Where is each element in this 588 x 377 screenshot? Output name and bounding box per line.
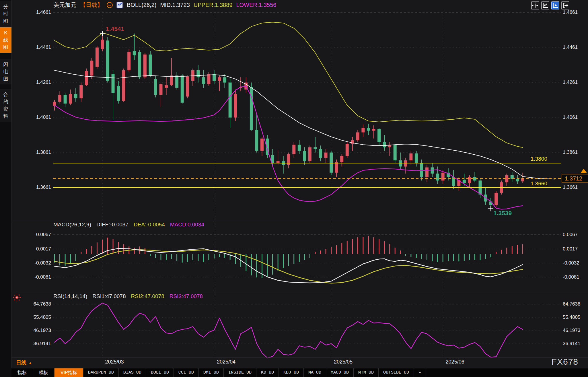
axis-tick-left: 46.1973 [11, 328, 51, 333]
boll-lower-value: LOWER:1.3556 [236, 2, 276, 8]
high-price-annotation: 1.4541 [106, 26, 124, 32]
axis-tick-right: -0.0032 [563, 260, 587, 266]
exit-scale-icon[interactable] [561, 1, 569, 9]
date-axis-label: 2025/05 [334, 359, 353, 365]
toolbar-tab-9[interactable]: INSIDE_UD [224, 368, 256, 377]
axis-tick-right: 55.4805 [563, 314, 587, 320]
symbol-name: 美元加元 [53, 1, 76, 9]
axis-tick-left: 1.3661 [11, 184, 51, 190]
period-dropdown-arrow: ▲ [28, 361, 32, 365]
toolbar-tab-5[interactable]: BIAS_UD [119, 368, 146, 377]
chart-title-row: 美元加元 【日线】 BOLL(26,2) MID:1.3723 UPPER:1.… [53, 1, 277, 9]
toolbar-tab-6[interactable]: BOLL_UD [146, 368, 174, 377]
toolbar-tab-15[interactable]: OUTSIDE_UD [379, 368, 414, 377]
sidebar-item-4[interactable]: 合 约 资 料 [0, 89, 11, 122]
indicator-alert-icon[interactable] [12, 293, 22, 302]
chart-canvas[interactable] [0, 0, 588, 377]
date-axis-label: 2025/04 [217, 359, 235, 365]
period-selector[interactable]: 日线 ▲ [16, 359, 32, 366]
axis-tick-right: 1.4461 [563, 44, 587, 50]
axis-tick-left: 1.4661 [11, 9, 51, 15]
axis-tick-left: 36.9141 [11, 341, 51, 347]
toolbar-tab-4[interactable]: BARUPDN_UD [83, 368, 119, 377]
axis-tick-right: 1.3661 [563, 184, 587, 190]
toolbar-tab-12[interactable]: MA_UD [304, 368, 326, 377]
axis-tick-right: 46.1973 [563, 328, 587, 333]
rsi-name: RSI(14,14,14) [53, 293, 87, 300]
macd-value: MACD:0.0034 [170, 221, 204, 228]
boll-upper-value: UPPER:1.3889 [194, 2, 233, 8]
support-level-label: 1.3660 [513, 180, 547, 187]
resistance-level-label: 1.3800 [513, 156, 547, 162]
low-price-annotation: 1.3539 [493, 210, 512, 217]
toolbar-tab-8[interactable]: DMI_UD [199, 368, 224, 377]
sidebar-item-1[interactable]: 分 时 图 [0, 1, 11, 27]
indicator-settings-icon[interactable] [107, 2, 113, 8]
axis-tick-left: 0.0067 [11, 232, 51, 238]
axis-tick-left: 1.4461 [11, 44, 51, 50]
axis-tick-left: -0.0081 [11, 274, 51, 280]
chart-type-icon[interactable] [116, 2, 123, 8]
date-axis-label: 2025/06 [446, 359, 464, 365]
toolbar-tab-16[interactable]: » [414, 368, 426, 377]
rsi1-value: RSI1:47.0078 [92, 293, 126, 300]
indicator-toolbar: 指标模板VIP指标BARUPDN_UDBIAS_UDBOLL_UDCCI_UDD… [11, 368, 588, 377]
toolbar-tab-10[interactable]: KD_UD [256, 368, 279, 377]
toolbar-tab-13[interactable]: MACD_UD [326, 368, 354, 377]
toolbar-tab-3[interactable]: VIP指标 [54, 368, 83, 377]
rsi2-value: RSI2:47.0078 [131, 293, 164, 300]
watermark: FX678 [552, 357, 578, 367]
axis-tick-left: 64.7638 [11, 301, 51, 307]
axis-tick-right: -0.0081 [563, 274, 587, 280]
rsi3-value: RSI3:47.0078 [170, 293, 203, 300]
sidebar-item-3[interactable]: 闪 电 图 [0, 59, 11, 84]
axis-tick-right: 0.0017 [563, 246, 587, 252]
axis-tick-right: 1.3861 [563, 149, 587, 155]
pan-crosshair-icon[interactable] [531, 1, 539, 9]
toolbar-tab-7[interactable]: CCI_UD [174, 368, 199, 377]
axis-tick-right: 36.9141 [563, 341, 587, 347]
axis-tick-right: 64.7638 [563, 301, 587, 307]
boll-mid-value: MID:1.3723 [160, 2, 190, 8]
toolbar-tab-11[interactable]: KDJ_UD [279, 368, 304, 377]
macd-dea-value: DEA:-0.0054 [134, 221, 165, 228]
axis-tick-right: 1.4661 [563, 9, 587, 15]
macd-header: MACD(26,12,9) DIFF:-0.0037 DEA:-0.0054 M… [53, 221, 204, 228]
axis-tick-right: 1.4061 [563, 114, 587, 120]
axis-tick-right: 1.4261 [563, 79, 587, 85]
axis-tick-left: 1.4261 [11, 79, 51, 85]
axis-tick-left: 0.0017 [11, 246, 51, 252]
axis-tick-left: 1.3861 [11, 149, 51, 155]
axis-tick-right: 0.0067 [563, 232, 587, 238]
axis-scale-icon[interactable] [541, 1, 549, 9]
timeframe-tag: 【日线】 [80, 1, 103, 9]
toolbar-tab-14[interactable]: MTM_UD [354, 368, 379, 377]
sidebar: 分 时 图K 线 图闪 电 图合 约 资 料 [0, 0, 12, 377]
trading-app: 分 时 图K 线 图闪 电 图合 约 资 料 美元加元 【日线】 BOLL(26… [0, 0, 588, 377]
chart-tool-buttons [531, 1, 569, 9]
axis-tick-left: 55.4805 [11, 314, 51, 320]
last-price-tag: 1.3712 [562, 174, 588, 183]
play-scale-icon[interactable] [551, 1, 559, 9]
axis-tick-left: -0.0032 [11, 260, 51, 266]
axis-tick-left: 1.4061 [11, 114, 51, 120]
macd-name: MACD(26,12,9) [53, 221, 91, 228]
date-axis-label: 2025/03 [105, 359, 124, 365]
period-label: 日线 [16, 359, 26, 366]
sidebar-item-2[interactable]: K 线 图 [0, 27, 11, 53]
toolbar-tab-2[interactable]: 模板 [33, 368, 54, 377]
boll-label: BOLL(26,2) [127, 2, 156, 8]
toolbar-tab-1[interactable]: 指标 [11, 368, 33, 377]
macd-diff-value: DIFF:-0.0037 [96, 221, 128, 228]
rsi-header: RSI(14,14,14) RSI1:47.0078 RSI2:47.0078 … [53, 293, 203, 300]
